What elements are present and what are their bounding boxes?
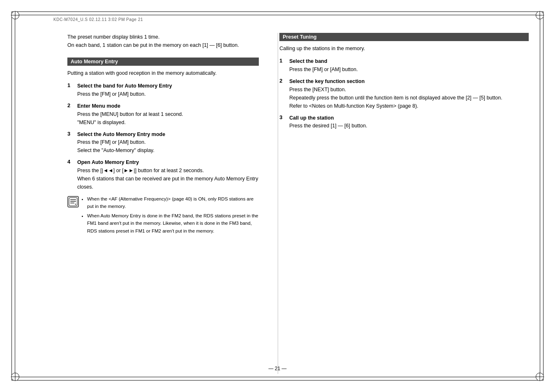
preset-step-2: 2 Select the key function section Press … — [279, 78, 529, 110]
step-4-num: 4 — [67, 159, 76, 165]
step-3: 3 Select the Auto Memory Entry mode Pres… — [67, 131, 259, 155]
step-1-content: Select the band for Auto Memory Entry Pr… — [77, 82, 259, 98]
border-top-outer — [12, 12, 543, 12]
svg-rect-3 — [70, 203, 74, 203]
preset-step-1-content: Select the band Press the [FM] or [AM] b… — [289, 58, 529, 74]
preset-step-2-content: Select the key function section Press th… — [289, 78, 529, 110]
step-4: 4 Open Auto Memory Entry Press the [|◄◄]… — [67, 159, 259, 191]
preset-tuning-title: Preset Tuning — [279, 33, 529, 41]
border-right-outer — [543, 12, 543, 380]
crosshair-top-right — [536, 11, 544, 19]
step-1-title: Select the band for Auto Memory Entry — [77, 82, 259, 90]
note-list: When the <AF (Alternative Frequency)> (p… — [81, 195, 259, 235]
preset-step-2-body: Press the [NEXT] button. Repeatedly pres… — [289, 85, 529, 110]
step-3-content: Select the Auto Memory Entry mode Press … — [77, 131, 259, 155]
border-left-outer — [12, 12, 12, 380]
preset-step-1-body: Press the [FM] or [AM] button. — [289, 65, 529, 74]
note-icon — [67, 196, 79, 208]
intro-line1: The preset number display blinks 1 time. — [67, 33, 259, 41]
preset-step-3: 3 Call up the station Press the desired … — [279, 114, 529, 130]
step-4-body: Press the [|◄◄] or [►►|] button for at l… — [77, 166, 259, 191]
preset-step-3-body: Press the desired [1] — [6] button. — [289, 122, 529, 130]
content-area: The preset number display blinks 1 time.… — [18, 33, 537, 374]
note-item-2: When Auto Memory Entry is done in the FM… — [87, 212, 259, 235]
border-bottom-inner — [15, 377, 540, 377]
page-number: — 21 — — [268, 366, 286, 371]
step-3-body: Press the [FM] or [AM] button.Select the… — [77, 138, 259, 154]
border-left-inner — [15, 15, 15, 377]
right-column: Preset Tuning Calling up the stations in… — [267, 33, 537, 374]
preset-step-3-title: Call up the station — [289, 114, 529, 122]
crosshair-bottom-left — [11, 373, 19, 381]
page-wrapper: KDC-M7024_U.S 02.12.11 3:02 PM Page 21 T… — [0, 0, 555, 392]
preset-step-2-title: Select the key function section — [289, 78, 529, 85]
step-2: 2 Enter Menu mode Press the [MENU] butto… — [67, 102, 259, 127]
preset-step-3-content: Call up the station Press the desired [1… — [289, 114, 529, 130]
left-column: The preset number display blinks 1 time.… — [18, 33, 267, 374]
preset-step-3-num: 3 — [279, 114, 288, 120]
preset-step-1: 1 Select the band Press the [FM] or [AM]… — [279, 58, 529, 74]
step-1-body: Press the [FM] or [AM] button. — [77, 90, 259, 98]
step-2-body: Press the [MENU] button for at least 1 s… — [77, 110, 259, 127]
header-text: KDC-M7024_U.S 02.12.11 3:02 PM Page 21 — [53, 17, 143, 22]
preset-tuning-desc: Calling up the stations in the memory. — [279, 44, 529, 53]
note-item-1: When the <AF (Alternative Frequency)> (p… — [87, 195, 259, 210]
crosshair-bottom-right — [536, 373, 544, 381]
border-right-inner — [540, 15, 540, 377]
crosshair-top-left — [11, 11, 19, 19]
preset-step-1-num: 1 — [279, 58, 288, 64]
preset-step-2-num: 2 — [279, 78, 288, 84]
preset-step-1-title: Select the band — [289, 58, 529, 65]
step-3-title: Select the Auto Memory Entry mode — [77, 131, 259, 138]
step-1-num: 1 — [67, 82, 76, 88]
border-top-inner — [15, 15, 540, 15]
step-3-num: 3 — [67, 131, 76, 137]
step-4-content: Open Auto Memory Entry Press the [|◄◄] o… — [77, 159, 259, 191]
step-4-title: Open Auto Memory Entry — [77, 159, 259, 166]
note-box: When the <AF (Alternative Frequency)> (p… — [67, 195, 259, 236]
step-2-content: Enter Menu mode Press the [MENU] button … — [77, 102, 259, 127]
intro-text: The preset number display blinks 1 time.… — [67, 33, 259, 49]
note-content: When the <AF (Alternative Frequency)> (p… — [81, 195, 259, 236]
auto-memory-desc: Putting a station with good reception in… — [67, 69, 259, 77]
step-1: 1 Select the band for Auto Memory Entry … — [67, 82, 259, 98]
intro-line2: On each band, 1 station can be put in th… — [67, 41, 259, 49]
svg-rect-2 — [70, 201, 76, 202]
step-2-title: Enter Menu mode — [77, 102, 259, 110]
border-bottom-outer — [12, 380, 543, 380]
auto-memory-title: Auto Memory Entry — [67, 58, 259, 66]
svg-point-4 — [75, 204, 76, 205]
svg-rect-1 — [70, 199, 76, 200]
step-2-num: 2 — [67, 102, 76, 108]
